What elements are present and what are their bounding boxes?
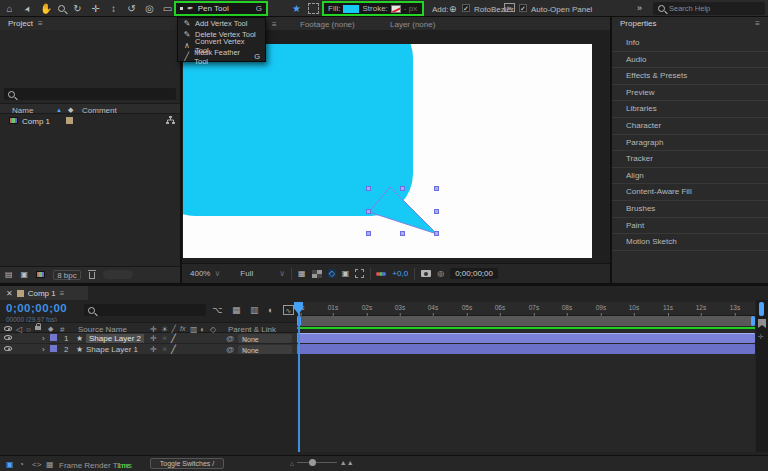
project-search-box[interactable]	[4, 88, 176, 100]
project-item-row[interactable]: Comp 1	[0, 115, 180, 127]
project-bit-depth[interactable]: 8 bpc	[53, 270, 81, 280]
new-composition-icon[interactable]	[36, 271, 45, 278]
selection-handle[interactable]	[366, 186, 371, 191]
capture-icon[interactable]	[46, 460, 54, 469]
layer-name[interactable]: Shape Layer 2	[86, 334, 144, 343]
star-tool-icon[interactable]	[292, 3, 301, 14]
auto-open-panel-checkbox[interactable]: ✓	[519, 4, 527, 12]
panel-item-preview[interactable]: Preview	[612, 85, 768, 102]
toggle-switches-modes-button[interactable]: Toggle Switches / Modes	[150, 458, 224, 469]
panel-item-motion-sketch[interactable]: Motion Sketch	[612, 234, 768, 251]
new-folder-icon[interactable]	[21, 270, 29, 279]
data-flow-icon[interactable]	[6, 460, 14, 469]
pen-tool-selector[interactable]: Pen Tool G	[174, 1, 268, 16]
crop-icon[interactable]	[355, 269, 364, 278]
layer-name[interactable]: Shape Layer 1	[86, 345, 138, 354]
add-property-icon[interactable]	[449, 4, 457, 14]
expander-icon[interactable]	[42, 345, 45, 354]
dolly-tool-icon[interactable]	[108, 3, 119, 14]
panel-item-effects-presets[interactable]: Effects & Presets	[612, 68, 768, 85]
layer-row-shape-layer-2[interactable]: 1 Shape Layer 2 None ∨	[0, 333, 297, 343]
expander-icon[interactable]	[42, 334, 45, 343]
selection-handle[interactable]	[400, 231, 405, 236]
time-ruler[interactable]: 0s 01s 02s 03s 04s 05s 06s 07s 08s 09s 1…	[297, 302, 755, 316]
home-icon[interactable]	[4, 3, 15, 14]
composition-canvas[interactable]	[183, 44, 592, 258]
video-column-icon[interactable]	[4, 326, 12, 331]
zoom-in-mountain-icon[interactable]: ▲▲	[340, 459, 354, 466]
stroke-color-swatch[interactable]	[391, 5, 401, 13]
draft-3d-icon[interactable]	[232, 305, 241, 315]
camera-tool-icon[interactable]	[144, 3, 155, 14]
selection-handle[interactable]	[434, 209, 439, 214]
marker-options-icon[interactable]	[758, 333, 764, 341]
mini-flowchart-icon[interactable]	[212, 305, 222, 315]
rotobezier-checkbox[interactable]: ✓	[462, 4, 470, 12]
snapshot-camera-icon[interactable]	[421, 270, 431, 277]
delete-icon[interactable]	[89, 272, 95, 279]
channel-settings-icon[interactable]	[377, 272, 386, 276]
parent-dropdown[interactable]: None ∨	[238, 334, 292, 343]
resolution-select[interactable]: Full ∨	[240, 269, 285, 278]
comment-column[interactable]: Comment	[82, 106, 117, 115]
panel-item-brushes[interactable]: Brushes	[612, 201, 768, 218]
work-area-bar[interactable]	[297, 316, 755, 326]
hand-tool-icon[interactable]	[40, 3, 51, 14]
selection-handle[interactable]	[400, 186, 405, 191]
layer-color-swatch[interactable]	[50, 334, 57, 341]
magnification-select[interactable]: 400% ∨	[190, 269, 220, 278]
bubble-tail-shape[interactable]	[183, 44, 592, 258]
show-snapshot-icon[interactable]	[437, 269, 444, 278]
tab-layer[interactable]: Layer (none)	[390, 20, 435, 29]
marquee-icon[interactable]	[308, 3, 319, 14]
current-timecode[interactable]: 0;00;00;00	[6, 302, 67, 314]
panel-item-paragraph[interactable]: Paragraph	[612, 135, 768, 152]
zoom-out-mountain-icon[interactable]: △	[290, 460, 294, 466]
zoom-slider-knob[interactable]	[309, 459, 316, 466]
angle-brackets-icon[interactable]: <>	[32, 460, 41, 469]
label-column-icon[interactable]	[68, 106, 73, 114]
timeline-zoom-control[interactable]: △ ▲▲	[290, 459, 354, 466]
selection-handle[interactable]	[366, 231, 371, 236]
properties-menu-icon[interactable]: ≡	[755, 19, 760, 28]
selection-handle[interactable]	[366, 209, 371, 214]
panel-item-audio[interactable]: Audio	[612, 52, 768, 69]
project-panel-header[interactable]: Project ≡	[0, 17, 180, 30]
search-help-box[interactable]	[653, 2, 765, 15]
quality-icon[interactable]	[171, 345, 176, 354]
eye-icon[interactable]	[4, 335, 12, 340]
tab-footage[interactable]: Footage (none)	[300, 20, 355, 29]
transform-icon[interactable]	[150, 334, 157, 343]
grid-guides-icon[interactable]	[298, 269, 306, 278]
selection-handle[interactable]	[434, 186, 439, 191]
viewer-timecode[interactable]: 0;00;00;00	[450, 268, 498, 279]
panel-item-info[interactable]: Info	[612, 35, 768, 52]
panel-item-tracker[interactable]: Tracker	[612, 151, 768, 168]
zoom-slider-track[interactable]	[297, 462, 337, 463]
timeline-menu-icon[interactable]: ≡	[60, 289, 65, 298]
close-icon[interactable]	[6, 289, 13, 298]
selection-handle[interactable]	[434, 231, 439, 236]
playhead-line[interactable]	[298, 302, 300, 452]
flowchart-icon[interactable]	[166, 116, 175, 125]
search-help-input[interactable]	[669, 4, 749, 13]
panel-item-paint[interactable]: Paint	[612, 218, 768, 235]
pan-camera-tool-icon[interactable]	[90, 3, 101, 14]
panel-menu-icon[interactable]: ≡	[272, 20, 277, 29]
properties-header[interactable]: Properties ≡	[612, 17, 768, 30]
transparency-grid-icon[interactable]	[312, 270, 322, 278]
panel-item-character[interactable]: Character	[612, 118, 768, 135]
label-color-swatch[interactable]	[66, 117, 73, 124]
label-column-icon[interactable]	[48, 325, 53, 333]
layer-color-swatch[interactable]	[50, 345, 57, 352]
timeline-tab[interactable]: Comp 1 ≡	[0, 286, 88, 300]
menu-item-add-vertex[interactable]: Add Vertex Tool	[178, 18, 265, 29]
rotation-tool-icon[interactable]	[126, 3, 137, 14]
timeline-search-box[interactable]	[84, 304, 206, 316]
shape-tool-icon[interactable]	[162, 3, 173, 14]
quality-icon[interactable]	[171, 334, 176, 343]
stroke-width-value[interactable]: - px	[404, 4, 417, 13]
panel-item-content-aware-fill[interactable]: Content-Aware Fill	[612, 184, 768, 201]
layer-bar-shape-layer-1[interactable]	[297, 344, 755, 354]
frame-blending-icon[interactable]	[250, 305, 259, 315]
